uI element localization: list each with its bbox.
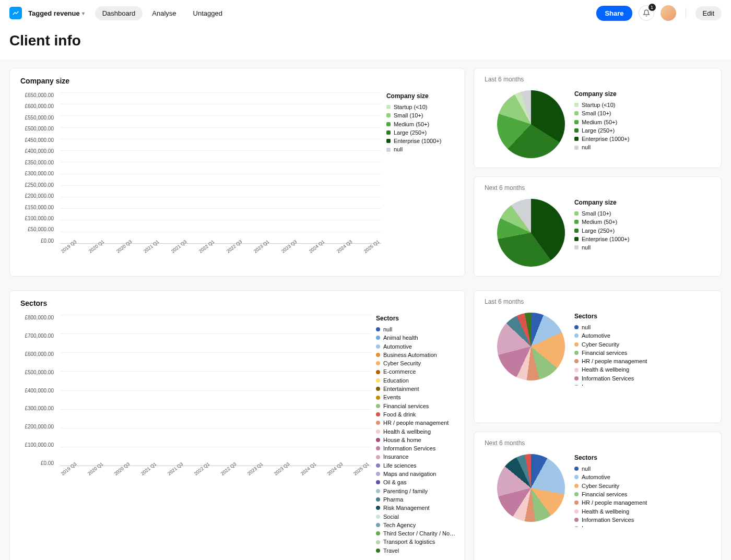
legend-item[interactable]: Small (10+)	[386, 111, 459, 120]
legend-item[interactable]: null	[574, 243, 714, 252]
card-sectors-pie-next6: Next 6 months SectorsnullAutomotiveCyber…	[474, 432, 722, 560]
legend-item[interactable]: Parenting / family	[376, 487, 459, 495]
legend-item[interactable]: Business Automation	[376, 351, 459, 359]
legend: Company sizeStartup (<10)Small (10+)Medi…	[574, 90, 714, 152]
legend-item[interactable]: Automotive	[376, 342, 459, 351]
legend-item[interactable]: Automotive	[574, 331, 714, 340]
legend-item[interactable]: Third Sector / Charity / No…	[376, 529, 459, 538]
share-button[interactable]: Share	[596, 6, 632, 21]
tab-dashboard[interactable]: Dashboard	[95, 6, 143, 20]
legend-item[interactable]: Food & drink	[376, 410, 459, 419]
legend-company-size: Company sizeStartup (<10)Small (10+)Medi…	[386, 92, 459, 259]
legend-item[interactable]: Small (10+)	[574, 209, 714, 218]
bar-chart-company-size[interactable]: £650,000.00£600,000.00£550,000.00£500,00…	[18, 92, 381, 259]
card-company-size-bar: Company size £650,000.00£600,000.00£550,…	[9, 68, 465, 277]
legend: Company sizeSmall (10+)Medium (50+)Large…	[574, 199, 714, 252]
legend-item[interactable]: Enterprise (1000+)	[574, 135, 714, 143]
legend-item[interactable]: Enterprise (1000+)	[574, 235, 714, 243]
chevron-down-icon: ▾	[82, 10, 85, 16]
legend-item[interactable]: Insurance	[574, 383, 714, 386]
legend-item[interactable]: HR / people management	[376, 419, 459, 427]
legend: SectorsnullAutomotiveCyber SecurityFinan…	[574, 454, 714, 527]
tab-untagged[interactable]: Untagged	[186, 6, 230, 20]
pie-chart[interactable]	[497, 90, 565, 158]
legend-item[interactable]: Financial services	[574, 349, 714, 357]
breadcrumb-label: Tagged revenue	[28, 9, 80, 17]
legend: SectorsnullAutomotiveCyber SecurityFinan…	[574, 313, 714, 386]
legend-item[interactable]: Cyber Security	[574, 482, 714, 490]
legend-item[interactable]: HR / people management	[574, 498, 714, 507]
legend-item[interactable]: Tech Agency	[376, 521, 459, 529]
notification-badge: 1	[649, 4, 656, 11]
legend-sectors: SectorsnullAnimal healthAutomotiveBusine…	[376, 315, 459, 555]
legend-item[interactable]: Life sciences	[376, 461, 459, 470]
legend-item[interactable]: null	[386, 145, 459, 153]
dashboard-board: Company size £650,000.00£600,000.00£550,…	[0, 59, 731, 560]
legend-item[interactable]: Large (250+)	[574, 227, 714, 235]
legend-item[interactable]: Pharma	[376, 495, 459, 504]
chart-title: Company size	[10, 68, 465, 90]
legend-item[interactable]: Large (250+)	[386, 128, 459, 137]
legend-item[interactable]: Cyber Security	[574, 340, 714, 349]
legend-item[interactable]: Insurance	[376, 452, 459, 461]
legend-item[interactable]: Education	[376, 376, 459, 385]
legend-item[interactable]: null	[574, 323, 714, 331]
row-sectors: Sectors £800,000.00£700,000.00£600,000.0…	[9, 290, 722, 560]
card-sectors-pie-last6: Last 6 months SectorsnullAutomotiveCyber…	[474, 290, 722, 423]
legend-item[interactable]: Startup (<10)	[574, 101, 714, 109]
legend-item[interactable]: Cyber Security	[376, 359, 459, 367]
legend-item[interactable]: Information Services	[376, 444, 459, 452]
chart-title: Last 6 months	[474, 68, 721, 87]
breadcrumb[interactable]: Tagged revenue ▾	[28, 9, 85, 17]
legend-item[interactable]: HR / people management	[574, 357, 714, 365]
topbar: Tagged revenue ▾ Dashboard Analyse Untag…	[0, 0, 731, 26]
chart-title: Next 6 months	[474, 432, 721, 451]
legend-item[interactable]: Automotive	[574, 473, 714, 481]
card-sectors-bar: Sectors £800,000.00£700,000.00£600,000.0…	[9, 290, 465, 560]
chart-title: Next 6 months	[474, 177, 721, 196]
legend-item[interactable]: Risk Management	[376, 504, 459, 512]
legend-item[interactable]: Startup (<10)	[386, 103, 459, 111]
page-title: Client info	[0, 26, 731, 59]
legend-item[interactable]: Social	[376, 513, 459, 521]
legend-item[interactable]: House & home	[376, 436, 459, 444]
row-company-size: Company size £650,000.00£600,000.00£550,…	[9, 68, 722, 277]
legend-item[interactable]: Financial services	[574, 490, 714, 498]
legend-item[interactable]: Maps and navigation	[376, 470, 459, 478]
legend-item[interactable]: Oil & gas	[376, 478, 459, 486]
app-icon[interactable]	[9, 7, 22, 19]
legend-item[interactable]: Financial services	[376, 402, 459, 410]
divider	[686, 8, 686, 18]
legend-item[interactable]: null	[376, 325, 459, 333]
legend-item[interactable]: Information Services	[574, 374, 714, 383]
legend-item[interactable]: Transport & logistics	[376, 538, 459, 546]
edit-button[interactable]: Edit	[695, 6, 722, 20]
legend-item[interactable]: Insurance	[574, 524, 714, 527]
pie-chart[interactable]	[497, 454, 565, 522]
legend-item[interactable]: Animal health	[376, 333, 459, 342]
legend-item[interactable]: Entertainment	[376, 385, 459, 393]
legend-item[interactable]: Large (250+)	[574, 126, 714, 135]
legend-item[interactable]: Events	[376, 393, 459, 401]
notifications-button[interactable]: 1	[639, 5, 654, 21]
tab-analyse[interactable]: Analyse	[145, 6, 183, 20]
bar-chart-sectors[interactable]: £800,000.00£700,000.00£600,000.00£500,00…	[18, 315, 371, 482]
legend-item[interactable]: Medium (50+)	[574, 218, 714, 226]
pie-chart[interactable]	[497, 313, 565, 380]
legend-item[interactable]: E-commerce	[376, 367, 459, 376]
legend-item[interactable]: Health & wellbeing	[574, 507, 714, 516]
legend-item[interactable]: Health & wellbeing	[376, 427, 459, 436]
avatar[interactable]	[661, 5, 676, 21]
chart-title: Last 6 months	[474, 291, 721, 309]
legend-item[interactable]: Medium (50+)	[574, 118, 714, 126]
legend-item[interactable]: Small (10+)	[574, 109, 714, 117]
legend-item[interactable]: Medium (50+)	[386, 120, 459, 128]
legend-item[interactable]: Health & wellbeing	[574, 365, 714, 374]
card-company-size-pie-last6: Last 6 months Company sizeStartup (<10)S…	[474, 68, 722, 168]
legend-item[interactable]: null	[574, 464, 714, 473]
legend-item[interactable]: Information Services	[574, 516, 714, 524]
legend-item[interactable]: Enterprise (1000+)	[386, 137, 459, 145]
pie-chart[interactable]	[497, 199, 565, 267]
legend-item[interactable]: null	[574, 143, 714, 151]
legend-item[interactable]: Travel	[376, 546, 459, 555]
